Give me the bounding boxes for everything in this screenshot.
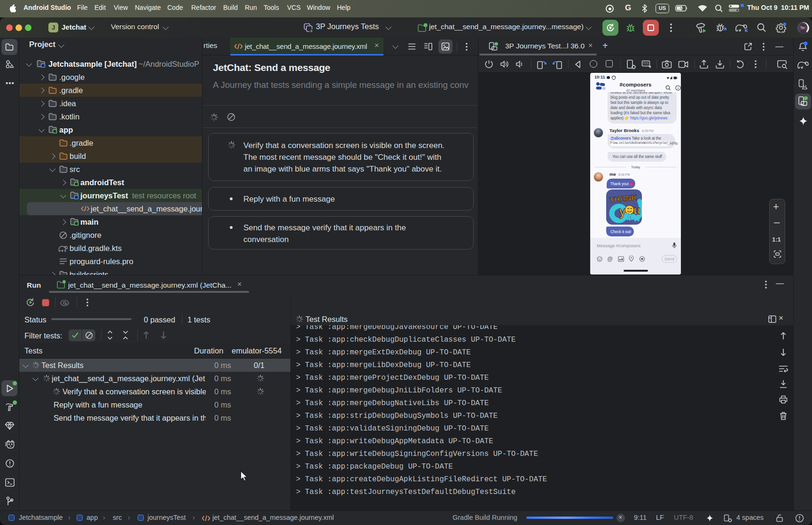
svg-text:y: y xyxy=(619,204,626,219)
svg-text:u: u xyxy=(633,204,640,217)
